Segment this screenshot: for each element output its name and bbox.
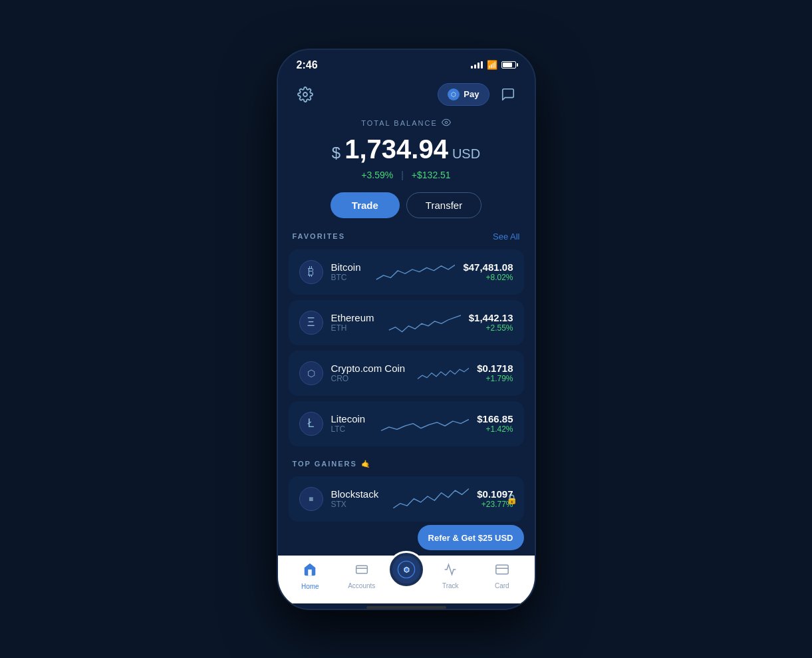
- btc-info: Bitcoin BTC: [331, 261, 361, 282]
- stx-chart: [386, 486, 469, 512]
- svg-rect-7: [496, 565, 508, 574]
- header-right: ⬡ Pay: [438, 82, 519, 106]
- cro-right: $0.1718 +1.79%: [477, 363, 513, 383]
- eth-icon: Ξ: [299, 311, 323, 335]
- screen-wrapper: TOTAL BALANCE $ 1,734.94 USD +3.59%: [278, 118, 535, 556]
- svg-text:⬡: ⬡: [403, 566, 409, 573]
- settings-button[interactable]: [293, 82, 318, 107]
- ltc-right: $166.85 +1.42%: [477, 413, 513, 434]
- btc-name: Bitcoin: [331, 261, 361, 273]
- ltc-symbol: LTC: [331, 424, 366, 434]
- nav-item-accounts[interactable]: Accounts: [336, 563, 388, 589]
- ltc-change: +1.42%: [477, 424, 513, 434]
- eth-price: $1,442.13: [469, 312, 513, 323]
- btc-symbol: BTC: [331, 273, 361, 282]
- crypto-item-eth[interactable]: Ξ Ethereum ETH $1,442.13: [289, 300, 524, 345]
- crypto-item-ltc[interactable]: Ł Litecoin LTC $166.85: [289, 401, 524, 446]
- crypto-left-eth: Ξ Ethereum ETH: [299, 311, 374, 335]
- pay-label: Pay: [464, 89, 479, 99]
- trade-button[interactable]: Trade: [331, 192, 400, 218]
- track-icon: [444, 563, 457, 579]
- app-header: ⬡ Pay: [278, 77, 535, 118]
- refer-text: Refer & Get $25 USD: [428, 533, 513, 543]
- stx-name: Blockstack: [331, 488, 379, 500]
- nav-center-button[interactable]: ⬡: [388, 551, 425, 588]
- accounts-label: Accounts: [348, 582, 375, 589]
- status-bar: 2:46 📶: [278, 50, 535, 77]
- btc-change: +8.02%: [463, 273, 513, 282]
- crypto-left-stx: ■ Blockstack STX: [299, 487, 379, 511]
- pay-button[interactable]: ⬡ Pay: [438, 83, 489, 106]
- ltc-info: Litecoin LTC: [331, 413, 366, 434]
- cro-symbol: CRO: [331, 374, 406, 383]
- cro-info: Crypto.com Coin CRO: [331, 363, 406, 383]
- favorites-header: FAVORITES See All: [278, 232, 535, 249]
- gainers-list: ■ Blockstack STX: [278, 476, 535, 522]
- signal-bars-icon: [471, 61, 483, 69]
- action-buttons: Trade Transfer: [293, 192, 520, 218]
- eth-name: Ethereum: [331, 312, 374, 323]
- crypto-item-btc[interactable]: ₿ Bitcoin BTC $47,481.08: [289, 249, 524, 295]
- balance-currency: USD: [452, 146, 480, 162]
- ltc-price: $166.85: [477, 413, 513, 424]
- gainers-title: TOP GAINERS 🤙: [293, 460, 372, 468]
- svg-point-0: [445, 121, 448, 124]
- btc-chart: [369, 259, 456, 285]
- svg-rect-1: [356, 566, 367, 574]
- see-all-link[interactable]: See All: [493, 232, 519, 242]
- eth-symbol: ETH: [331, 323, 374, 333]
- crypto-item-stx[interactable]: ■ Blockstack STX: [289, 476, 524, 522]
- balance-section: TOTAL BALANCE $ 1,734.94 USD +3.59%: [278, 118, 535, 232]
- home-icon: [303, 562, 317, 580]
- eth-info: Ethereum ETH: [331, 312, 374, 333]
- top-gainers-section: TOP GAINERS 🤙 ■ Blockstack STX: [278, 460, 535, 522]
- phone-screen: 2:46 📶 ⬡ Pay: [278, 50, 535, 609]
- btc-right: $47,481.08 +8.02%: [463, 261, 513, 282]
- home-label: Home: [301, 583, 319, 590]
- bottom-nav: Home Accounts ⬡: [278, 556, 535, 603]
- btc-price: $47,481.08: [463, 261, 513, 273]
- eth-right: $1,442.13 +2.55%: [469, 312, 513, 333]
- transfer-button[interactable]: Transfer: [406, 192, 481, 218]
- chat-icon: [501, 87, 515, 102]
- nav-item-track[interactable]: Track: [425, 563, 477, 589]
- balance-number: 1,734.94: [344, 134, 448, 164]
- crypto-left-btc: ₿ Bitcoin BTC: [299, 260, 361, 284]
- wifi-icon: 📶: [487, 60, 497, 70]
- stx-symbol: STX: [331, 500, 379, 509]
- accounts-icon: [355, 563, 368, 579]
- top-gainers-header: TOP GAINERS 🤙: [278, 460, 535, 476]
- crypto-item-cro[interactable]: ⬡ Crypto.com Coin CRO $0.: [289, 351, 524, 396]
- balance-dollar-sign: $: [332, 144, 340, 162]
- cro-chart: [413, 360, 469, 387]
- balance-label: TOTAL BALANCE: [293, 118, 520, 129]
- nav-center-icon: ⬡: [392, 556, 420, 583]
- ltc-chart: [373, 411, 469, 437]
- stx-icon: ■: [299, 487, 323, 511]
- ltc-name: Litecoin: [331, 413, 366, 424]
- lock-icon: 🔒: [506, 494, 517, 504]
- cro-price: $0.1718: [477, 363, 513, 374]
- ltc-icon: Ł: [299, 412, 323, 436]
- crypto-left-cro: ⬡ Crypto.com Coin CRO: [299, 361, 406, 385]
- change-divider: |: [401, 170, 412, 180]
- eth-change: +2.55%: [469, 323, 513, 333]
- home-indicator: [366, 606, 446, 609]
- card-icon: [495, 563, 509, 579]
- cro-change: +1.79%: [477, 374, 513, 383]
- eye-icon[interactable]: [442, 118, 451, 129]
- balance-change: +3.59% | +$132.51: [293, 170, 520, 180]
- gear-icon: [297, 86, 313, 102]
- btc-icon: ₿: [299, 260, 323, 284]
- phone-frame: 2:46 📶 ⬡ Pay: [277, 49, 536, 610]
- favorites-list: ₿ Bitcoin BTC $47,481.08: [278, 249, 535, 446]
- eth-chart: [382, 309, 461, 336]
- stx-info: Blockstack STX: [331, 488, 379, 509]
- nav-item-card[interactable]: Card: [476, 563, 528, 589]
- nav-item-home[interactable]: Home: [285, 562, 337, 590]
- chat-button[interactable]: [496, 82, 520, 106]
- change-percent: +3.59%: [361, 170, 401, 180]
- battery-fill: [503, 63, 512, 67]
- battery-icon: [501, 61, 516, 69]
- refer-banner[interactable]: Refer & Get $25 USD: [418, 525, 524, 550]
